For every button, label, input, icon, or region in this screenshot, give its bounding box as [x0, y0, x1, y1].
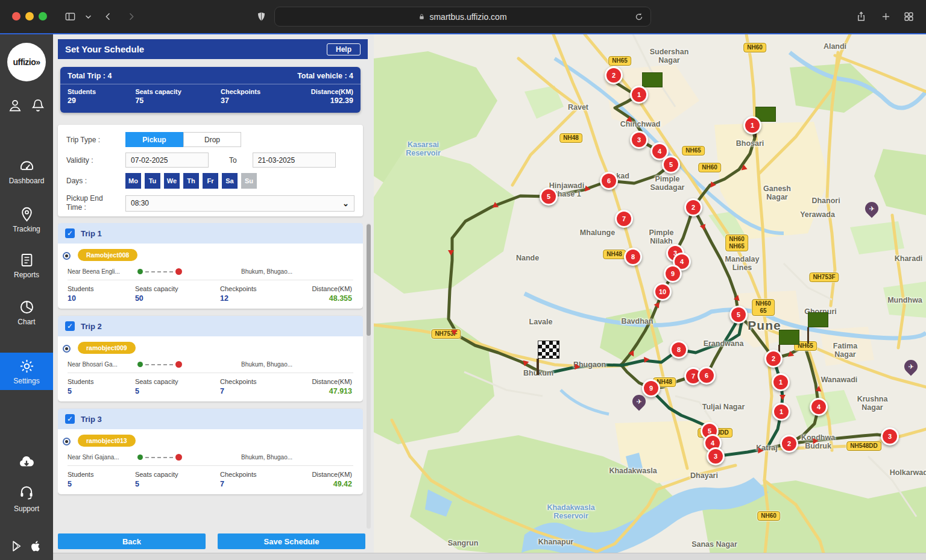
shield-icon[interactable] — [253, 8, 269, 24]
trip-checkbox[interactable]: ✓ — [65, 321, 75, 331]
summary-col: Seats capacity 75 — [135, 88, 221, 105]
sidebar-item-chart[interactable]: Chart — [0, 294, 53, 331]
checkpoint-marker[interactable]: 9 — [642, 379, 660, 397]
schedule-form: Trip Type : Pickup Drop Validity : 07-02… — [58, 125, 363, 216]
route-direction-arrow — [644, 356, 650, 363]
checkpoint-marker[interactable]: 9 — [664, 265, 682, 283]
sidebar-item-dashboard[interactable]: Dashboard — [0, 153, 53, 190]
summary-card: Total Trip : 4 Total vehicle : 4 Student… — [60, 67, 361, 113]
day-toggle-mo[interactable]: Mo — [125, 173, 141, 189]
checkpoint-marker[interactable]: 5 — [729, 306, 748, 324]
checkpoint-marker[interactable]: 10 — [654, 283, 672, 301]
window-zoom-button[interactable] — [39, 12, 47, 20]
vehicle-badge[interactable]: ramobject009 — [78, 342, 136, 354]
route-start-dot — [137, 269, 143, 274]
pickup-end-time-select[interactable]: 08:30 ⌄ — [125, 195, 354, 212]
checkpoint-marker[interactable]: 7 — [615, 210, 633, 228]
finish-flag-icon[interactable] — [538, 341, 559, 359]
checkpoint-marker[interactable]: 6 — [600, 172, 618, 190]
trip-checkbox[interactable]: ✓ — [65, 228, 75, 238]
url-text: smartbus.uffizio.com — [429, 12, 506, 22]
checkpoint-marker[interactable]: 2 — [684, 198, 702, 216]
route-map[interactable]: AlandiSudershan NagarRavetChinchwadBhosa… — [374, 34, 926, 560]
drop-tab[interactable]: Drop — [183, 132, 241, 147]
vehicle-radio[interactable] — [63, 438, 71, 445]
checkpoint-marker[interactable]: 4 — [810, 398, 828, 416]
trip-title: Trip 2 — [81, 322, 102, 331]
route-line — [137, 454, 182, 461]
vehicle-radio[interactable] — [63, 252, 71, 260]
back-icon[interactable] — [100, 8, 116, 24]
apple-icon[interactable] — [30, 540, 43, 553]
route-direction-arrow — [780, 395, 786, 400]
checkpoint-marker[interactable]: 2 — [605, 66, 623, 84]
validity-from-input[interactable]: 07-02-2025 — [125, 153, 209, 168]
sidebar-item-tracking[interactable]: Tracking — [0, 201, 53, 238]
vehicle-radio[interactable] — [63, 345, 71, 353]
checkpoint-marker[interactable]: 1 — [630, 86, 648, 104]
horizontal-scrollbar[interactable] — [53, 553, 926, 560]
depot-flag-icon[interactable] — [642, 72, 663, 87]
checkpoint-marker[interactable]: 3 — [630, 131, 648, 149]
tab-overview-icon[interactable] — [901, 8, 916, 24]
day-toggle-fr[interactable]: Fr — [203, 173, 218, 189]
checkpoint-marker[interactable]: 8 — [624, 248, 642, 266]
pickup-tab[interactable]: Pickup — [125, 132, 183, 147]
trip-card-header: ✓ Trip 1 — [58, 223, 363, 244]
chevron-down-icon[interactable] — [80, 8, 96, 24]
trip-checkbox[interactable]: ✓ — [65, 414, 75, 424]
sidebar-item-support[interactable]: Support — [0, 484, 53, 513]
depot-flag-icon[interactable] — [779, 330, 799, 345]
route-start-dot — [137, 455, 143, 460]
trips-scrollbar[interactable] — [367, 223, 371, 529]
checkpoint-marker[interactable]: 2 — [780, 435, 798, 453]
checkpoint-marker[interactable]: 3 — [881, 427, 899, 445]
address-bar[interactable]: smartbus.uffizio.com — [274, 7, 651, 27]
checkpoint-marker[interactable]: 1 — [772, 403, 790, 421]
checkpoint-marker[interactable]: 3 — [707, 447, 725, 465]
vehicle-badge[interactable]: ramobject013 — [78, 435, 136, 447]
new-tab-icon[interactable] — [878, 8, 893, 24]
forward-icon[interactable] — [123, 8, 139, 24]
checkpoint-marker[interactable]: 5 — [540, 187, 558, 206]
uffizio-logo[interactable]: uffizio» — [7, 43, 46, 81]
depot-flag-icon[interactable] — [808, 312, 828, 327]
dashboard-icon — [19, 158, 35, 174]
vehicle-badge[interactable]: Ramobject008 — [78, 249, 137, 261]
share-icon[interactable] — [853, 8, 869, 24]
back-button[interactable]: Back — [58, 533, 206, 549]
settings-icon — [19, 358, 35, 374]
trip-stats: Students10 Seats capacity50 Checkpoints1… — [61, 285, 356, 303]
download-app-button[interactable] — [0, 453, 53, 473]
window-close-button[interactable] — [12, 12, 20, 20]
sidebar-item-settings[interactable]: Settings — [0, 353, 53, 390]
window-minimize-button[interactable] — [25, 12, 34, 20]
highway-badge: NH48 — [603, 250, 626, 259]
day-toggle-we[interactable]: We — [164, 173, 180, 189]
highway-badge: NH60 — [743, 43, 766, 52]
sidebar-toggle-icon[interactable] — [62, 8, 78, 24]
sidebar-item-reports[interactable]: Reports — [0, 247, 53, 284]
checkpoint-marker[interactable]: 6 — [698, 367, 716, 385]
notifications-bell-icon[interactable] — [30, 98, 46, 113]
validity-to-input[interactable]: 21-03-2025 — [253, 153, 336, 168]
checkpoint-marker[interactable]: 2 — [764, 350, 783, 368]
google-play-icon[interactable] — [10, 540, 24, 553]
day-toggle-th[interactable]: Th — [183, 173, 199, 189]
user-icon[interactable] — [7, 98, 23, 113]
sidebar-item-label: Chart — [0, 318, 53, 326]
checkpoint-marker[interactable]: 1 — [743, 116, 761, 134]
total-vehicle-label: Total vehicle : 4 — [297, 72, 353, 80]
save-schedule-button[interactable]: Save Schedule — [218, 533, 365, 549]
trip-card-header: ✓ Trip 3 — [58, 409, 363, 429]
checkpoint-marker[interactable]: 1 — [772, 373, 790, 391]
trip-card-header: ✓ Trip 2 — [58, 316, 363, 336]
checkpoint-marker[interactable]: 5 — [662, 156, 680, 174]
route-end-dot — [175, 361, 182, 368]
checkpoint-marker[interactable]: 8 — [670, 341, 688, 359]
help-button[interactable]: Help — [327, 43, 361, 55]
day-toggle-su[interactable]: Su — [241, 173, 257, 189]
day-toggle-sa[interactable]: Sa — [222, 173, 238, 189]
reload-icon[interactable] — [634, 11, 644, 22]
day-toggle-tu[interactable]: Tu — [145, 173, 160, 189]
